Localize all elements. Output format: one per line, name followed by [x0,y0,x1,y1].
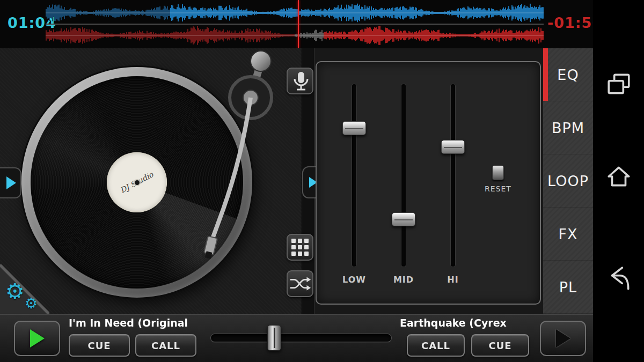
home-button[interactable] [605,163,632,190]
eq-slider-low[interactable] [342,84,366,267]
low-label: LOW [338,275,370,285]
mid-label: MID [387,275,420,285]
eq-panel: LOW MID HI RESET [316,61,541,305]
tab-label: PL [559,279,577,295]
eq-slider-mid[interactable] [392,84,415,267]
shuffle-button[interactable] [287,270,313,297]
tab-label: LOOP [547,173,589,189]
transport-bar: I'm In Need (Original CUE CALL Earthquak… [0,314,593,362]
tab-bpm[interactable]: BPM [543,101,593,154]
tab-label: BPM [552,120,584,136]
deck-b-play-button[interactable] [540,321,586,356]
vinyl-record: DJ Studio [31,76,243,289]
recent-apps-button[interactable] [605,71,632,98]
spindle [135,180,140,185]
deck-a-cue-button[interactable]: CUE [69,334,130,357]
home-icon [605,163,632,190]
settings-gear-icon-small[interactable]: ⚙ [25,296,38,311]
record-label: DJ Studio [107,152,167,212]
right-tab-bar: EQ BPM LOOP FX PL [543,48,593,314]
play-icon [556,329,570,348]
grid-icon [289,237,311,258]
playhead [298,0,299,48]
waveform-bar: 01:04 -01:56 [0,0,644,48]
tab-fx[interactable]: FX [543,208,593,261]
slider-track [401,84,406,267]
reset-label: RESET [472,184,524,193]
crossfader-handle[interactable] [267,325,281,351]
android-nav-bar [593,0,644,362]
turntable-deck: DJ Studio [0,48,302,314]
tab-label: EQ [557,67,579,83]
waveform-canvas[interactable] [46,2,544,47]
shuffle-icon [288,273,312,294]
back-icon [605,265,632,292]
sampler-grid-button[interactable] [287,234,313,261]
tab-eq[interactable]: EQ [543,48,593,101]
deck-side-play-button[interactable] [0,167,21,198]
deck-a-play-button[interactable] [14,321,60,356]
reset-button[interactable] [492,165,504,180]
tab-label: FX [558,226,577,242]
deck-b-cue-button[interactable]: CUE [471,334,529,357]
deck-a-track-title: I'm In Need (Original [69,317,188,329]
slider-knob[interactable] [392,212,415,226]
play-icon [6,176,16,189]
dj-studio-app: 01:04 -01:56 DJ Studio [0,0,644,362]
hi-label: HI [437,275,469,285]
play-icon [30,329,45,348]
back-button[interactable] [605,265,632,292]
slider-track [451,84,455,267]
crossfader-track[interactable] [210,334,392,342]
settings-gear-icon[interactable]: ⚙ [5,280,25,302]
microphone-icon [289,69,311,93]
recent-apps-icon [605,71,632,98]
deck-b-track-title: Earthquake (Cyrex [400,317,507,329]
slider-track [352,84,356,267]
tab-loop[interactable]: LOOP [543,154,593,208]
deck-b-call-button[interactable]: CALL [407,334,465,357]
slider-knob[interactable] [342,121,366,135]
deck-a-call-button[interactable]: CALL [135,334,196,357]
vinyl-platter[interactable]: DJ Studio [21,67,252,298]
eq-slider-hi[interactable] [441,84,465,267]
slider-knob[interactable] [441,140,465,154]
mic-button[interactable] [287,68,313,94]
tab-pl[interactable]: PL [543,261,593,314]
